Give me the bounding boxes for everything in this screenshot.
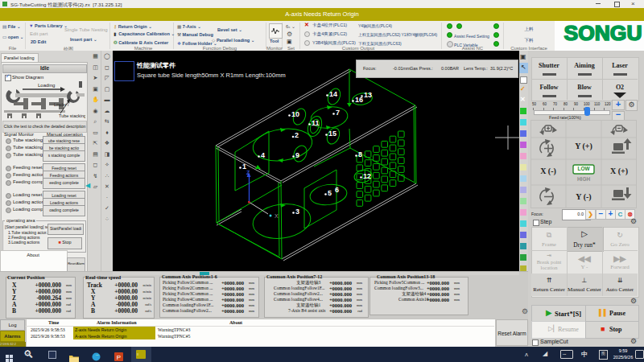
svg-text:Loader i: Loader i	[54, 102, 68, 107]
svg-text:SONGU: SONGU	[564, 23, 642, 44]
svg-text:4: 4	[261, 151, 265, 159]
svg-text:13: 13	[364, 91, 372, 99]
svg-text:7: 7	[336, 109, 340, 117]
svg-text:14: 14	[329, 90, 337, 98]
svg-text:9: 9	[295, 151, 299, 159]
svg-text:11: 11	[312, 119, 320, 127]
svg-text:2: 2	[295, 131, 299, 139]
svg-text:Z: Z	[246, 170, 250, 175]
svg-text:Loading: Loading	[38, 83, 55, 88]
svg-text:5: 5	[328, 189, 332, 197]
svg-text:X: X	[275, 213, 279, 219]
svg-text:16: 16	[355, 96, 363, 104]
svg-text:15: 15	[328, 130, 336, 138]
svg-text:P: P	[117, 354, 121, 361]
svg-text:8: 8	[358, 150, 362, 158]
svg-text:10: 10	[291, 110, 299, 118]
svg-text:6: 6	[335, 186, 339, 194]
svg-text:12: 12	[363, 172, 371, 180]
svg-text:1: 1	[242, 162, 246, 171]
svg-text:3: 3	[295, 208, 299, 216]
svg-text:Tube stacking: Tube stacking	[59, 113, 85, 118]
